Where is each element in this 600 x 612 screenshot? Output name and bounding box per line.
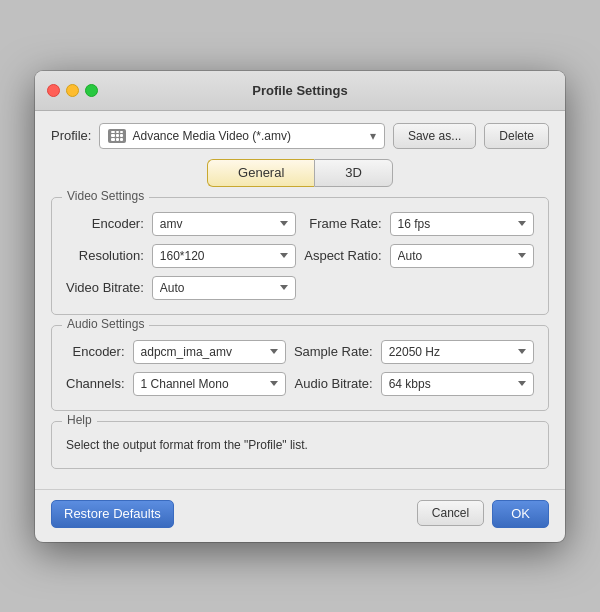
delete-button[interactable]: Delete — [484, 123, 549, 149]
sample-rate-select[interactable]: 22050 Hz — [381, 340, 534, 364]
profile-settings-dialog: Profile Settings Profile: Advance Media … — [35, 71, 565, 542]
profile-label: Profile: — [51, 128, 91, 143]
audio-bitrate-select[interactable]: 64 kbps — [381, 372, 534, 396]
resolution-select[interactable]: 160*120 — [152, 244, 296, 268]
frame-rate-label: Frame Rate: — [304, 216, 381, 231]
footer-right: Cancel OK — [417, 500, 549, 528]
audio-encoder-select[interactable]: adpcm_ima_amv — [133, 340, 286, 364]
window-controls — [47, 84, 98, 97]
profile-row: Profile: Advance Media Video (*.amv) Sav… — [51, 123, 549, 149]
aspect-ratio-label: Aspect Ratio: — [304, 248, 381, 263]
footer-left: Restore Defaults — [51, 500, 417, 528]
help-section: Help Select the output format from the "… — [51, 421, 549, 469]
aspect-ratio-select[interactable]: Auto — [390, 244, 534, 268]
tab-general[interactable]: General — [207, 159, 314, 187]
encoder-label: Encoder: — [66, 216, 144, 231]
channels-select[interactable]: 1 Channel Mono — [133, 372, 286, 396]
title-bar: Profile Settings — [35, 71, 565, 111]
dialog-footer: Restore Defaults Cancel OK — [35, 489, 565, 542]
video-settings-section: Video Settings Encoder: amv Frame Rate: … — [51, 197, 549, 315]
resolution-label: Resolution: — [66, 248, 144, 263]
sample-rate-label: Sample Rate: — [294, 344, 373, 359]
tab-3d[interactable]: 3D — [314, 159, 393, 187]
encoder-select[interactable]: amv — [152, 212, 296, 236]
dialog-title: Profile Settings — [252, 83, 347, 98]
help-title: Help — [62, 413, 97, 427]
tabs-row: General 3D — [51, 159, 549, 187]
video-settings-title: Video Settings — [62, 189, 149, 203]
profile-icon — [108, 129, 126, 143]
video-bitrate-label: Video Bitrate: — [66, 280, 144, 295]
cancel-button[interactable]: Cancel — [417, 500, 484, 526]
ok-button[interactable]: OK — [492, 500, 549, 528]
channels-label: Channels: — [66, 376, 125, 391]
audio-encoder-label: Encoder: — [66, 344, 125, 359]
close-button[interactable] — [47, 84, 60, 97]
profile-value: Advance Media Video (*.amv) — [132, 129, 291, 143]
audio-settings-section: Audio Settings Encoder: adpcm_ima_amv Sa… — [51, 325, 549, 411]
dialog-body: Profile: Advance Media Video (*.amv) Sav… — [35, 111, 565, 485]
video-bitrate-select[interactable]: Auto — [152, 276, 296, 300]
video-settings-grid: Encoder: amv Frame Rate: 16 fps Resoluti… — [66, 212, 534, 300]
frame-rate-select[interactable]: 16 fps — [390, 212, 534, 236]
maximize-button[interactable] — [85, 84, 98, 97]
audio-settings-grid: Encoder: adpcm_ima_amv Sample Rate: 2205… — [66, 340, 534, 396]
profile-dropdown[interactable]: Advance Media Video (*.amv) — [99, 123, 384, 149]
help-text: Select the output format from the "Profi… — [66, 436, 534, 454]
save-as-button[interactable]: Save as... — [393, 123, 476, 149]
audio-bitrate-label: Audio Bitrate: — [294, 376, 373, 391]
grid-icon — [111, 131, 123, 141]
restore-defaults-button[interactable]: Restore Defaults — [51, 500, 174, 528]
audio-settings-title: Audio Settings — [62, 317, 149, 331]
minimize-button[interactable] — [66, 84, 79, 97]
